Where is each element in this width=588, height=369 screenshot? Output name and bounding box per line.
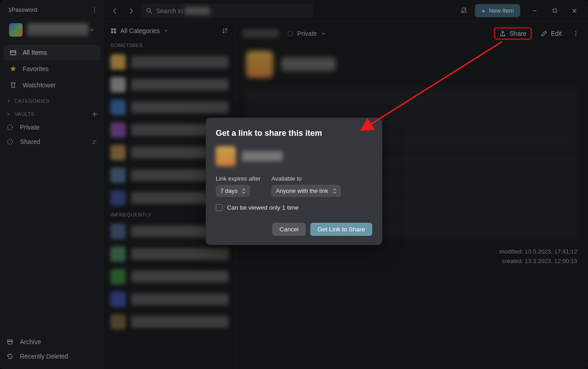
modal-title: Get a link to share this item	[216, 129, 372, 138]
expires-label: Link expires after	[216, 175, 261, 182]
available-label: Available to	[271, 175, 341, 182]
expires-select[interactable]: 7 days	[216, 185, 250, 197]
modal-item-name-blurred	[242, 151, 283, 161]
get-link-button[interactable]: Get Link to Share	[310, 223, 372, 236]
cancel-button[interactable]: Cancel	[272, 223, 306, 236]
checkbox-input[interactable]	[216, 204, 223, 211]
available-select[interactable]: Anyone with the link	[271, 185, 341, 197]
modal-item-icon-blurred	[216, 146, 236, 166]
view-once-checkbox[interactable]: Can be viewed only 1 time	[216, 204, 372, 211]
share-modal: Get a link to share this item Link expir…	[206, 118, 382, 245]
stepper-icon	[333, 188, 337, 194]
stepper-icon	[242, 188, 246, 194]
